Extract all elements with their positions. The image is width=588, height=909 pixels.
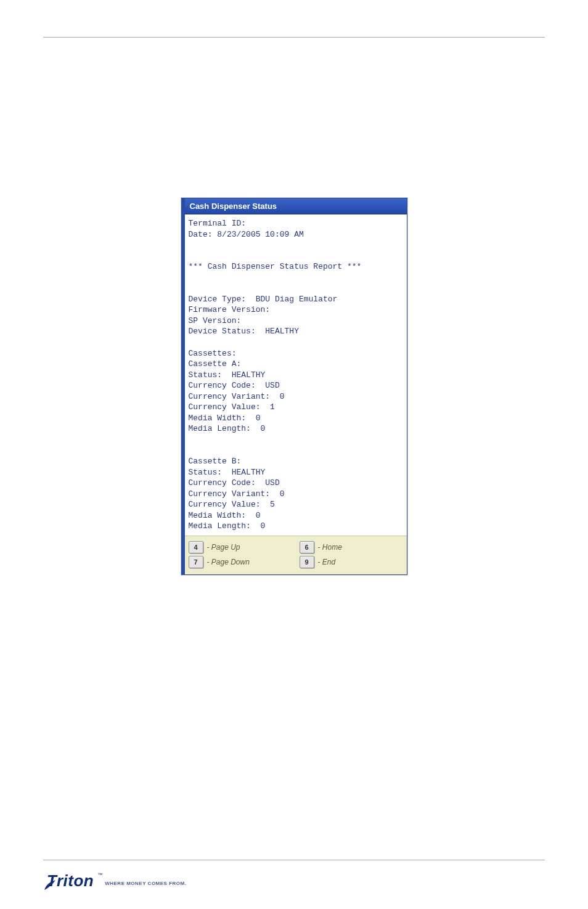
date-line: Date: 8/23/2005 10:09 AM bbox=[189, 230, 304, 239]
cassette-a-media-length: Media Length: 0 bbox=[189, 424, 266, 433]
header-rule bbox=[43, 37, 545, 38]
cassette-b-currency-variant: Currency Variant: 0 bbox=[189, 489, 285, 499]
cassette-b-media-width: Media Width: 0 bbox=[189, 511, 261, 520]
cassettes-header: Cassettes: bbox=[189, 349, 237, 358]
terminal-id-line: Terminal ID: bbox=[189, 219, 247, 228]
nav-page-up-label: - Page Up bbox=[207, 543, 240, 552]
status-window: Cash Dispenser Status Terminal ID: Date:… bbox=[181, 198, 407, 575]
nav-end[interactable]: 9 - End bbox=[300, 556, 386, 568]
cassette-a-currency-code: Currency Code: USD bbox=[189, 381, 280, 390]
nav-row-2: 7 - Page Down 9 - End bbox=[189, 555, 403, 569]
firmware-version-line: Firmware Version: bbox=[189, 305, 271, 314]
key-9-icon: 9 bbox=[300, 556, 314, 568]
device-status-line: Device Status: HEALTHY bbox=[189, 327, 299, 336]
footer-rule bbox=[43, 860, 545, 860]
nav-bar: 4 - Page Up 6 - Home 7 - Page Down 9 - E… bbox=[185, 536, 407, 574]
nav-page-up[interactable]: 4 - Page Up bbox=[189, 541, 275, 553]
nav-home[interactable]: 6 - Home bbox=[300, 541, 386, 553]
cassette-a-media-width: Media Width: 0 bbox=[189, 414, 261, 423]
cassette-a-status: Status: HEALTHY bbox=[189, 370, 266, 380]
cassette-b-currency-code: Currency Code: USD bbox=[189, 478, 280, 487]
nav-page-down[interactable]: 7 - Page Down bbox=[189, 556, 275, 568]
cassette-a-currency-variant: Currency Variant: 0 bbox=[189, 392, 285, 401]
page-footer: Triton ™ WHERE MONEY COMES FROM. bbox=[43, 855, 545, 891]
footer-tagline: WHERE MONEY COMES FROM. bbox=[105, 881, 186, 886]
device-type-line: Device Type: BDU Diag Emulator bbox=[189, 295, 338, 304]
cassette-a-title: Cassette A: bbox=[189, 359, 242, 369]
nav-page-down-label: - Page Down bbox=[207, 558, 250, 566]
cassette-a-currency-value: Currency Value: 1 bbox=[189, 402, 275, 412]
key-7-icon: 7 bbox=[189, 556, 203, 568]
key-6-icon: 6 bbox=[300, 541, 314, 553]
sp-version-line: SP Version: bbox=[189, 316, 242, 325]
nav-row-1: 4 - Page Up 6 - Home bbox=[189, 540, 403, 555]
window-title-text: Cash Dispenser Status bbox=[190, 202, 277, 211]
cassette-b-media-length: Media Length: 0 bbox=[189, 521, 266, 531]
page: Cash Dispenser Status Terminal ID: Date:… bbox=[0, 0, 588, 909]
nav-home-label: - Home bbox=[318, 543, 342, 552]
key-4-icon: 4 bbox=[189, 541, 203, 553]
footer-brand: Triton ™ WHERE MONEY COMES FROM. bbox=[43, 871, 545, 891]
cassette-b-status: Status: HEALTHY bbox=[189, 468, 266, 477]
nav-end-label: - End bbox=[318, 558, 336, 566]
cassette-b-currency-value: Currency Value: 5 bbox=[189, 500, 275, 509]
report-header: *** Cash Dispenser Status Report *** bbox=[189, 262, 362, 271]
footer-tm: ™ bbox=[97, 872, 102, 878]
cassette-b-title: Cassette B: bbox=[189, 457, 242, 466]
report-text-area: Terminal ID: Date: 8/23/2005 10:09 AM **… bbox=[185, 214, 407, 536]
window-titlebar: Cash Dispenser Status bbox=[185, 198, 407, 214]
